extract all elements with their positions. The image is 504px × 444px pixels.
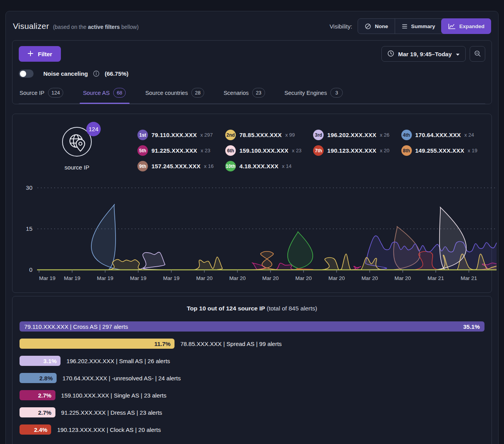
top-list-row: 2.8%170.64.XXX.XXX | -unresolved AS- | 2… <box>20 373 484 383</box>
top-list-panel: Top 10 out of 124 source IP (total of 84… <box>12 296 492 444</box>
visibility-option-label: None <box>375 23 388 29</box>
visibility-option-summary[interactable]: Summary <box>395 19 442 34</box>
svg-text:Mar 19: Mar 19 <box>39 275 55 281</box>
chevron-down-icon <box>456 51 460 57</box>
none-icon <box>365 23 371 30</box>
legend-item[interactable]: 6th159.100.XXX.XXXx 23 <box>225 145 301 156</box>
bar-percentage: 11.7% <box>154 341 171 347</box>
noise-canceling-toggle[interactable] <box>19 70 34 78</box>
legend-count: x 24 <box>465 132 474 138</box>
legend-ip: 170.64.XXX.XXX <box>415 132 461 138</box>
legend-rank-badge: 6th <box>225 145 236 156</box>
legend-count: x 20 <box>380 148 390 153</box>
svg-text:Mar 20: Mar 20 <box>196 275 212 281</box>
percentage-bar: 79.110.XXX.XXX | Cross AS | 297 alerts35… <box>20 321 484 332</box>
percentage-bar: 2.8% <box>20 373 57 383</box>
visualizer-card: Visualizer (based on the active filters … <box>5 11 499 444</box>
info-icon[interactable] <box>93 70 100 77</box>
top-list-row: 11.7%78.85.XXX.XXX | Spread AS | 99 aler… <box>20 339 484 349</box>
title-wrap: Visualizer (based on the active filters … <box>13 21 139 31</box>
svg-text:15: 15 <box>26 225 32 232</box>
svg-text:30: 30 <box>26 184 32 191</box>
tab-source-countries[interactable]: Source countries28 <box>144 84 205 103</box>
expanded-icon <box>448 23 456 29</box>
noise-canceling-row: Noise canceling (66.75%) <box>19 70 485 78</box>
tab-scenarios[interactable]: Scenarios23 <box>223 84 266 103</box>
globe-pin-icon <box>62 152 92 158</box>
legend-count: x 23 <box>201 148 210 153</box>
percentage-bar: 3.1% <box>20 356 61 366</box>
svg-text:Mar 19: Mar 19 <box>64 275 80 281</box>
legend-rank-badge: 2nd <box>225 130 236 140</box>
legend-item[interactable]: 1st79.110.XXX.XXXx 297 <box>137 130 214 140</box>
chart-legend: 1st79.110.XXX.XXXx 2972nd78.85.XXX.XXXx … <box>137 124 488 171</box>
visibility-toggle: NoneSummaryExpanded <box>358 18 491 34</box>
filter-tabs: Source IP124Source AS68Source countries2… <box>19 84 485 104</box>
percentage-bar: 11.7% <box>20 339 175 349</box>
chart-summary-row: 124 source IP 1st79.110.XXX.XXXx 2972nd7… <box>12 124 492 171</box>
legend-rank-badge: 9th <box>137 161 148 171</box>
tab-source-ip[interactable]: Source IP124 <box>19 84 64 103</box>
zoom-out-button[interactable] <box>470 46 485 62</box>
legend-count: x 297 <box>200 132 213 138</box>
bar-label: 159.100.XXX.XXX | Single AS | 23 alerts <box>61 392 167 399</box>
bar-label: 190.123.XXX.XXX | Clock AS | 20 alerts <box>57 426 160 433</box>
tab-label: Scenarios <box>224 90 249 96</box>
bar-label: 78.85.XXX.XXX | Spread AS | 99 alerts <box>180 341 282 347</box>
noise-canceling-label: Noise canceling <box>43 70 88 77</box>
entity-count-badge: 124 <box>86 122 101 136</box>
legend-item[interactable]: 7th190.123.XXX.XXXx 20 <box>313 145 389 156</box>
legend-item[interactable]: 9th157.245.XXX.XXXx 16 <box>137 161 214 171</box>
bar-percentage: 2.7% <box>38 409 51 416</box>
svg-text:Mar 20: Mar 20 <box>296 275 312 281</box>
legend-ip: 91.225.XXX.XXX <box>151 147 197 154</box>
tab-count-badge: 124 <box>48 88 64 98</box>
legend-count: x 23 <box>292 148 302 153</box>
add-filter-button[interactable]: Filter <box>19 46 61 62</box>
tab-source-as[interactable]: Source AS68 <box>82 84 126 103</box>
legend-ip: 4.18.XXX.XXX <box>239 163 278 169</box>
date-range-button[interactable]: Mar 19, 9:45–Today <box>381 46 466 62</box>
legend-item[interactable]: 2nd78.85.XXX.XXXx 99 <box>225 130 301 140</box>
clock-icon <box>387 50 394 58</box>
toggle-knob <box>20 71 26 77</box>
tab-label: Source countries <box>145 90 188 96</box>
tab-count-badge: 23 <box>252 88 265 98</box>
alerts-chart-svg: 30150Mar 19Mar 19Mar 19Mar 19Mar 19Mar 2… <box>18 182 498 286</box>
legend-item[interactable]: 10th4.18.XXX.XXXx 14 <box>225 161 301 171</box>
percentage-bar: 2.4% <box>20 424 51 435</box>
time-series-chart: 30150Mar 19Mar 19Mar 19Mar 19Mar 19Mar 2… <box>18 182 486 288</box>
legend-item[interactable]: 8th149.255.XXX.XXXx 19 <box>401 145 477 156</box>
visibility-option-none[interactable]: None <box>358 19 395 34</box>
header: Visualizer (based on the active filters … <box>6 11 498 40</box>
top-list-row: 2.4%190.123.XXX.XXX | Clock AS | 20 aler… <box>20 424 484 435</box>
svg-text:Mar 20: Mar 20 <box>395 275 411 281</box>
svg-text:Mar 19: Mar 19 <box>130 275 146 281</box>
bar-percentage: 2.8% <box>39 375 53 382</box>
entity-block: 124 source IP <box>16 124 137 171</box>
tab-count-badge: 68 <box>113 88 126 98</box>
legend-item[interactable]: 3rd196.202.XXX.XXXx 26 <box>313 130 389 140</box>
entity-label: source IP <box>64 164 89 171</box>
chart-panel: 124 source IP 1st79.110.XXX.XXXx 2972nd7… <box>12 114 492 293</box>
legend-ip: 196.202.XXX.XXX <box>327 132 376 138</box>
tab-security-engines[interactable]: Security Engines3 <box>284 84 344 103</box>
legend-rank-badge: 1st <box>137 130 148 140</box>
legend-rank-badge: 3rd <box>313 130 324 140</box>
bar-label: 79.110.XXX.XXX | Cross AS | 297 alerts <box>24 323 128 330</box>
svg-text:Mar 19: Mar 19 <box>97 275 113 281</box>
legend-ip: 78.85.XXX.XXX <box>239 132 282 138</box>
top-list-row: 3.1%196.202.XXX.XXX | Small AS | 26 aler… <box>20 356 484 366</box>
tab-count-badge: 3 <box>330 88 343 98</box>
visibility-option-expanded[interactable]: Expanded <box>441 18 491 34</box>
legend-ip: 159.100.XXX.XXX <box>239 147 289 154</box>
legend-count: x 19 <box>468 148 477 153</box>
legend-count: x 26 <box>380 132 390 138</box>
legend-item[interactable]: 5th91.225.XXX.XXXx 23 <box>137 145 214 156</box>
page-subtitle: (based on the active filters bellow) <box>53 24 139 30</box>
legend-rank-badge: 8th <box>401 145 412 156</box>
legend-item[interactable]: 4th170.64.XXX.XXXx 24 <box>401 130 477 140</box>
tab-label: Security Engines <box>285 90 327 96</box>
noise-canceling-value: (66.75%) <box>105 70 128 77</box>
percentage-bar: 2.7% <box>20 407 55 417</box>
